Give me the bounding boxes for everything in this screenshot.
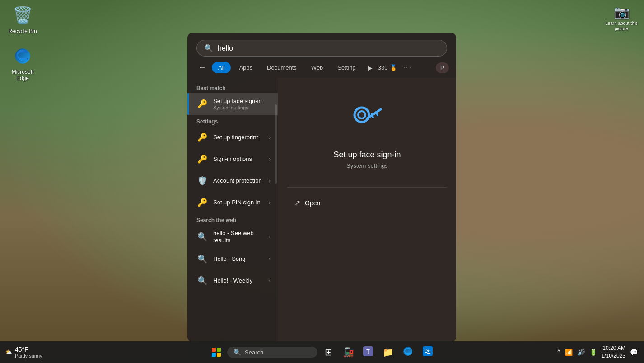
- result-hello-web[interactable]: 🔍 hello - See web results ›: [187, 225, 278, 248]
- clock-widget[interactable]: 10:20 AM 1/10/2023: [602, 344, 625, 360]
- win-pane-4: [217, 353, 221, 357]
- signin-options-text: Sign-in options: [213, 156, 269, 163]
- score-badge: 330 🏅: [378, 64, 397, 71]
- medal-icon: 🏅: [390, 64, 397, 71]
- hello-web-name: hello - See web results: [213, 230, 269, 244]
- store-icon: 🛍: [423, 346, 433, 358]
- task-view-button[interactable]: ⊞: [319, 343, 337, 361]
- store-button[interactable]: 🛍: [419, 343, 437, 361]
- result-detail-panel: Set up face sign-in System settings ↗ Op…: [278, 78, 456, 342]
- best-match-header: Best match: [187, 81, 278, 93]
- back-button[interactable]: ←: [195, 61, 210, 74]
- detail-divider: [287, 187, 447, 188]
- pin-signin-arrow: ›: [269, 199, 271, 206]
- volume-icon[interactable]: 🔊: [576, 348, 586, 357]
- taskbar-search[interactable]: 🔍 Search: [227, 347, 317, 358]
- learn-picture-button[interactable]: 📷 Learn about this picture: [603, 5, 639, 31]
- profile-button[interactable]: P: [436, 62, 449, 73]
- taskbar: ⛅ 45°F Partly sunny 🔍 Se: [0, 341, 644, 363]
- tab-all[interactable]: All: [212, 62, 231, 73]
- tab-setting[interactable]: Setting: [331, 62, 362, 73]
- pin-signin-text: Set up PIN sign-in: [213, 199, 269, 206]
- win-pane-1: [212, 348, 216, 352]
- score-value: 330: [378, 64, 388, 71]
- chevron-tray-icon[interactable]: ^: [556, 348, 561, 357]
- signin-options-icon: 🔑: [196, 153, 209, 165]
- hello-web-arrow: ›: [269, 234, 271, 240]
- result-hello-weekly[interactable]: 🔍 Hello! - Weekly ›: [187, 270, 278, 292]
- desktop: 🗑️ Recycle Bin M: [0, 0, 644, 363]
- search-content: Best match 🔑 Set up face sign-in System …: [187, 78, 456, 342]
- edge-label: MicrosoftEdge: [12, 69, 34, 82]
- face-signin-icon: 🔑: [196, 98, 209, 110]
- start-button[interactable]: [207, 343, 225, 361]
- filter-tabs: ← All Apps Documents Web Setting ▶ 330 🏅…: [187, 57, 456, 74]
- hello-song-name: Hello - Song: [213, 255, 269, 263]
- win-pane-2: [217, 348, 221, 352]
- account-protection-name: Account protection: [213, 177, 269, 184]
- account-protection-arrow: ›: [269, 178, 271, 184]
- weather-widget[interactable]: ⛅ 45°F Partly sunny: [5, 346, 42, 358]
- recycle-bin-icon[interactable]: 🗑️ Recycle Bin: [5, 5, 41, 34]
- signin-options-name: Sign-in options: [213, 156, 269, 163]
- wifi-icon[interactable]: 📶: [564, 348, 574, 357]
- search-input-icon: 🔍: [204, 44, 213, 52]
- hello-web-icon: 🔍: [196, 231, 209, 243]
- taskbar-right: ^ 📶 🔊 🔋 10:20 AM 1/10/2023 💬: [556, 344, 639, 360]
- taskbar-search-label: Search: [245, 349, 263, 356]
- tab-web[interactable]: Web: [305, 62, 330, 73]
- result-hello-song[interactable]: 🔍 Hello - Song ›: [187, 248, 278, 270]
- svg-line-4: [376, 112, 378, 115]
- svg-text:T: T: [366, 348, 370, 355]
- detail-open-action[interactable]: ↗ Open: [287, 195, 447, 211]
- clock-time: 10:20 AM: [602, 344, 625, 352]
- results-list: Best match 🔑 Set up face sign-in System …: [187, 78, 278, 342]
- result-pin-signin[interactable]: 🔑 Set up PIN sign-in ›: [187, 192, 278, 213]
- weather-condition: Partly sunny: [15, 353, 42, 358]
- search-input[interactable]: hello: [218, 44, 439, 52]
- svg-line-5: [372, 114, 373, 118]
- tray-icons: ^ 📶 🔊 🔋: [556, 348, 598, 357]
- edge-taskbar-icon: [403, 346, 413, 358]
- teams-button[interactable]: T: [359, 343, 377, 361]
- result-face-signin[interactable]: 🔑 Set up face sign-in System settings: [187, 93, 278, 115]
- weather-icon: ⛅: [5, 349, 12, 355]
- more-button[interactable]: ···: [399, 62, 416, 74]
- teams-icon: T: [363, 346, 373, 358]
- svg-point-1: [355, 108, 369, 122]
- hello-song-arrow: ›: [269, 256, 271, 262]
- edge-taskbar-button[interactable]: [399, 343, 417, 361]
- face-signin-sub: System settings: [213, 105, 271, 110]
- edge-icon-desktop[interactable]: MicrosoftEdge: [5, 45, 41, 82]
- tab-apps[interactable]: Apps: [233, 62, 259, 73]
- edge-image: [12, 45, 33, 67]
- result-fingerprint[interactable]: 🔑 Set up fingerprint ›: [187, 127, 278, 148]
- hello-weekly-icon: 🔍: [196, 274, 209, 287]
- camera-icon: 📷: [603, 5, 639, 19]
- file-explorer-button[interactable]: 📁: [379, 343, 397, 361]
- result-account-protection[interactable]: 🛡️ Account protection ›: [187, 170, 278, 192]
- hello-weekly-text: Hello! - Weekly: [213, 277, 269, 284]
- notification-icon[interactable]: 💬: [629, 348, 639, 357]
- battery-icon[interactable]: 🔋: [588, 348, 598, 357]
- detail-icon: [345, 96, 390, 141]
- train-app-button[interactable]: 🚂: [339, 343, 357, 361]
- search-input-wrapper[interactable]: 🔍 hello: [196, 40, 447, 57]
- clock-date: 1/10/2023: [602, 352, 625, 360]
- web-search-header: Search the web: [187, 213, 278, 225]
- recycle-bin-image: 🗑️: [12, 5, 33, 26]
- pin-signin-name: Set up PIN sign-in: [213, 199, 269, 206]
- svg-text:🛍: 🛍: [425, 348, 431, 355]
- face-signin-name: Set up face sign-in: [213, 98, 271, 105]
- file-explorer-icon: 📁: [383, 347, 394, 358]
- result-signin-options[interactable]: 🔑 Sign-in options ›: [187, 148, 278, 170]
- play-button[interactable]: ▶: [364, 62, 376, 73]
- tab-documents[interactable]: Documents: [261, 62, 303, 73]
- detail-subtitle: System settings: [346, 162, 388, 169]
- pin-signin-icon: 🔑: [196, 196, 209, 209]
- weather-temp: 45°F: [15, 346, 42, 353]
- scroll-track[interactable]: [275, 104, 277, 184]
- win-pane-3: [212, 353, 216, 357]
- recycle-bin-label: Recycle Bin: [8, 28, 37, 34]
- windows-logo: [212, 348, 221, 357]
